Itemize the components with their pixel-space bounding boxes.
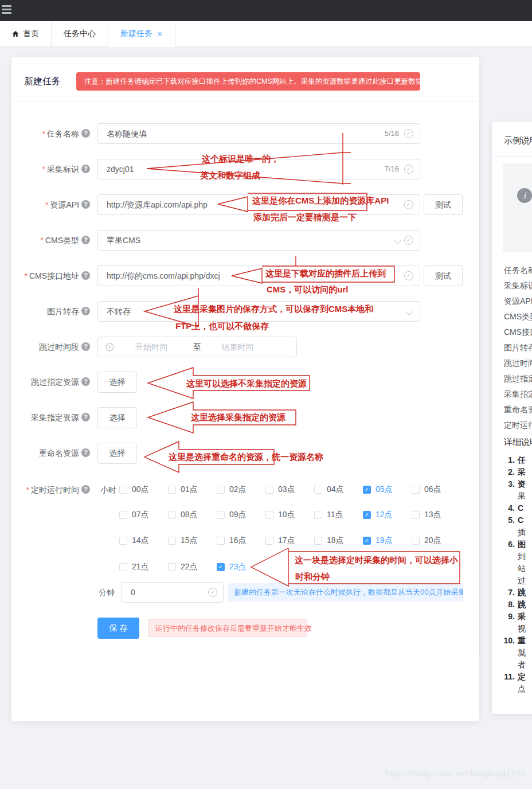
hour-checkbox-00[interactable]: 00点: [119, 484, 168, 495]
help-icon[interactable]: [81, 377, 90, 386]
hour-checkbox-15[interactable]: 15点: [168, 535, 217, 546]
hour-checkbox-23[interactable]: 23点: [217, 561, 265, 573]
minute-input[interactable]: 0: [122, 582, 224, 603]
tab-task-center[interactable]: 任务中心: [52, 21, 108, 46]
checkbox-icon: [119, 563, 127, 571]
hour-checkbox-05[interactable]: 05点: [363, 484, 412, 495]
help-icon[interactable]: [81, 485, 90, 494]
hour-checkbox-10[interactable]: 10点: [265, 509, 314, 521]
hour-checkbox-21[interactable]: 21点: [119, 561, 168, 573]
collect-id-input[interactable]: zdycj01 7/16: [97, 159, 420, 179]
check-circle-icon: [404, 236, 413, 245]
hour-checkbox-20[interactable]: 20点: [412, 535, 460, 546]
checkbox-icon: [412, 486, 420, 494]
input-value: http://资源库api.com/api.php: [107, 195, 208, 214]
tab-bar: 首页 任务中心 新建任务: [0, 21, 532, 47]
hour-checkbox-02[interactable]: 02点: [217, 484, 265, 495]
checkbox-icon: [314, 486, 322, 494]
menu-icon[interactable]: [2, 5, 11, 16]
help-icon[interactable]: [81, 129, 90, 138]
page-title: 新建任务: [24, 76, 61, 88]
check-circle-icon: [208, 588, 217, 597]
test-resource-api-button[interactable]: 测试: [424, 194, 463, 215]
list-item: 4.C: [498, 502, 532, 514]
hour-checkbox-18[interactable]: 18点: [314, 535, 363, 546]
sidebar-title: 示例说明: [504, 135, 532, 146]
list-item: 2.采: [498, 466, 532, 478]
notice-banner: 注意：新建任务请确定已下载对应接口插件上传到你的CMS网站上。采集的资源数据是通…: [76, 72, 420, 91]
list-item: 7.跳: [498, 587, 532, 599]
checkbox-icon: [265, 537, 273, 545]
char-counter: 7/16: [385, 159, 399, 179]
field-label-skip-resource: 跳过指定资源: [11, 376, 79, 388]
info-icon: [517, 188, 532, 203]
hour-checkbox-16[interactable]: 16点: [217, 535, 265, 546]
hour-row-4: 21点 22点 23点: [119, 561, 265, 573]
list-item: 定时运行时间: [504, 417, 532, 433]
check-circle-icon: [404, 271, 413, 280]
checkbox-icon: [265, 511, 273, 519]
hour-checkbox-09[interactable]: 09点: [217, 509, 265, 521]
cms-type-select[interactable]: 苹果CMS: [97, 230, 420, 251]
rename-resource-select-button[interactable]: 选择: [97, 443, 137, 464]
checkbox-icon: [217, 511, 225, 519]
hour-checkbox-08[interactable]: 08点: [168, 509, 217, 521]
test-cms-api-button[interactable]: 测试: [424, 265, 463, 286]
hour-checkbox-01[interactable]: 01点: [168, 484, 217, 495]
list-item: 采集指定资源: [504, 386, 532, 402]
checkbox-icon: [168, 563, 176, 571]
start-time-input[interactable]: 开始时间: [135, 337, 167, 357]
schedule-info-note: 新建的任务第一次无论在什么时候执行，数据都是从当天00点开始采集的: [228, 583, 463, 601]
image-transfer-select[interactable]: 不转存: [97, 301, 420, 322]
hour-checkbox-22[interactable]: 22点: [168, 561, 217, 573]
help-icon[interactable]: [81, 307, 90, 315]
checkbox-icon: [217, 486, 225, 494]
help-icon[interactable]: [81, 413, 90, 421]
checkbox-icon: [412, 537, 420, 545]
list-item: 重命名资源: [504, 402, 532, 417]
help-icon[interactable]: [81, 236, 90, 244]
minute-label: 分钟: [99, 587, 115, 598]
help-icon[interactable]: [81, 165, 90, 173]
hour-checkbox-19[interactable]: 19点: [363, 535, 412, 546]
hour-checkbox-14[interactable]: 14点: [119, 535, 168, 546]
checkbox-checked-icon: [363, 486, 371, 494]
list-item: 跳过指定资源: [504, 371, 532, 386]
watermark: https://blog.csdn.net/longfeng1234: [385, 768, 526, 778]
save-button[interactable]: 保 存: [97, 618, 139, 639]
resource-api-input[interactable]: http://资源库api.com/api.php: [97, 194, 420, 215]
help-icon[interactable]: [81, 342, 90, 351]
hour-checkbox-04[interactable]: 04点: [314, 484, 363, 495]
hour-checkbox-06[interactable]: 06点: [412, 484, 460, 495]
chevron-down-icon: [394, 237, 401, 244]
task-name-input[interactable]: 名称随便填 5/16: [97, 123, 420, 144]
save-warning-note: 运行中的任务修改保存后需要重新开始才能生效: [148, 619, 307, 637]
tab-home[interactable]: 首页: [0, 21, 52, 46]
field-label-skip-time: 跳过时间段: [11, 341, 79, 353]
end-time-input[interactable]: 结束时间: [221, 337, 253, 357]
list-item: CMS类型: [504, 309, 532, 325]
list-item: 跳过时间段: [504, 356, 532, 371]
hour-row-3: 14点 15点 16点 17点 18点 19点 20点: [119, 535, 460, 546]
help-icon[interactable]: [81, 200, 90, 209]
hour-checkbox-17[interactable]: 17点: [265, 535, 314, 546]
help-icon[interactable]: [81, 271, 90, 280]
tab-new-task[interactable]: 新建任务: [108, 21, 175, 47]
hour-checkbox-12[interactable]: 12点: [363, 509, 412, 521]
field-label-collect-id: 采集标识: [11, 163, 79, 175]
new-task-panel: 新建任务 注意：新建任务请确定已下载对应接口插件上传到你的CMS网站上。采集的资…: [11, 57, 479, 721]
input-value: zdycj01: [107, 159, 134, 179]
close-icon[interactable]: [157, 30, 163, 38]
hour-checkbox-07[interactable]: 07点: [119, 509, 168, 521]
hour-checkbox-11[interactable]: 11点: [314, 509, 363, 521]
help-icon[interactable]: [81, 448, 90, 457]
hour-checkbox-13[interactable]: 13点: [412, 509, 460, 521]
cms-api-input[interactable]: http://你的cms.com/api.php/dxcj: [97, 265, 420, 286]
hour-checkbox-03[interactable]: 03点: [265, 484, 314, 495]
collect-resource-select-button[interactable]: 选择: [97, 407, 137, 428]
list-item: 1.任: [498, 454, 532, 466]
checkbox-icon: [217, 537, 225, 545]
skip-time-range-picker[interactable]: 开始时间 至 结束时间: [97, 337, 297, 357]
skip-resource-select-button[interactable]: 选择: [97, 372, 137, 393]
field-label-image-transfer: 图片转存: [11, 306, 79, 317]
